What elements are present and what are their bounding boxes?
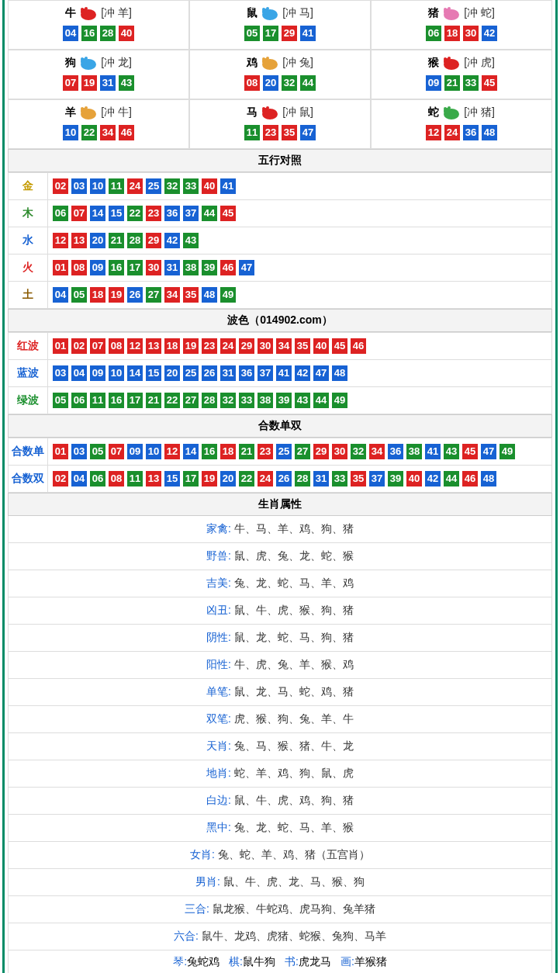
number-ball: 34 [369, 444, 385, 459]
number-ball: 04 [71, 471, 87, 486]
svg-point-11 [448, 7, 451, 10]
number-ball: 29 [313, 444, 329, 459]
attr-label: 女肖: [190, 848, 218, 860]
number-ball: 33 [332, 471, 347, 486]
svg-point-7 [266, 7, 269, 10]
number-ball: 07 [63, 75, 78, 91]
zodiac-balls: 11233547 [190, 125, 370, 140]
attr-value: 鼠、牛、虎、鸡、狗、猪 [234, 794, 354, 806]
number-ball: 13 [146, 338, 161, 354]
table-row: 水1213202128294243 [8, 227, 552, 255]
number-ball: 46 [351, 338, 366, 354]
zodiac-name: 狗 [65, 56, 76, 70]
number-ball: 20 [220, 471, 236, 486]
number-ball: 23 [146, 206, 161, 221]
number-ball: 45 [220, 206, 236, 221]
number-ball: 05 [90, 444, 105, 459]
row-balls: 06071415222336374445 [48, 201, 551, 226]
attr-label: 家禽: [206, 522, 234, 535]
number-ball: 24 [258, 471, 273, 486]
number-ball: 15 [164, 471, 180, 486]
number-ball: 06 [53, 206, 68, 221]
number-ball: 37 [183, 206, 199, 221]
number-ball: 38 [406, 444, 422, 459]
attr-label: 吉美: [206, 577, 234, 589]
number-ball: 14 [90, 206, 105, 221]
number-ball: 12 [426, 125, 441, 140]
number-ball: 14 [127, 365, 143, 381]
zodiac-balls: 12243648 [372, 125, 551, 140]
number-ball: 39 [202, 260, 217, 275]
table-row: 木06071415222336374445 [8, 200, 552, 227]
attr-row: 天肖: 兔、马、猴、猪、牛、龙 [8, 733, 552, 760]
number-ball: 01 [53, 260, 68, 275]
table-row: 合数单0103050709101214161821232527293032343… [8, 438, 552, 466]
number-ball: 44 [202, 206, 217, 221]
zodiac-animal-icon [441, 55, 462, 71]
attr-label: 男肖: [195, 875, 223, 888]
number-ball: 40 [406, 471, 422, 486]
row-balls: 05061116172122272832333839434449 [48, 388, 551, 413]
attr-row: 吉美: 兔、龙、蛇、马、羊、鸡 [8, 570, 552, 597]
svg-point-6 [262, 8, 265, 11]
number-ball: 23 [202, 338, 217, 354]
number-ball: 20 [90, 233, 105, 248]
attr-label: 地肖: [206, 767, 234, 779]
number-ball: 04 [53, 287, 68, 303]
number-ball: 27 [295, 444, 310, 459]
number-ball: 41 [300, 26, 316, 41]
attr-value: 兔、蛇、羊、鸡、猪（五宫肖） [218, 848, 370, 860]
attr-value: 牛、虎、兔、羊、猴、鸡 [234, 658, 354, 670]
number-ball: 36 [239, 365, 254, 381]
table-row: 火0108091617303138394647 [8, 255, 552, 282]
zodiac-cell: 马[冲 鼠]11233547 [189, 99, 371, 149]
number-ball: 08 [109, 471, 124, 486]
svg-point-31 [266, 106, 269, 109]
number-ball: 20 [164, 365, 180, 381]
number-ball: 36 [463, 125, 479, 140]
number-ball: 34 [276, 338, 292, 354]
attr-value: 鼠、牛、虎、猴、狗、猪 [234, 604, 354, 616]
number-ball: 27 [183, 393, 199, 408]
attr-label: 野兽: [206, 549, 234, 562]
number-ball: 17 [263, 26, 278, 41]
row-label: 土 [9, 282, 48, 308]
attr-value: 兔、龙、蛇、马、羊、鸡 [234, 577, 354, 589]
number-ball: 49 [332, 393, 347, 408]
number-ball: 47 [481, 444, 496, 459]
number-ball: 01 [53, 338, 68, 354]
number-ball: 29 [282, 26, 297, 41]
zodiac-clash: [冲 龙] [101, 56, 132, 70]
number-ball: 02 [53, 178, 68, 194]
attr-value: 鼠、龙、马、蛇、鸡、猪 [234, 685, 354, 698]
attr-value: 蛇、羊、鸡、狗、鼠、虎 [234, 767, 354, 779]
number-ball: 10 [90, 178, 105, 194]
number-ball: 05 [244, 26, 260, 41]
zodiac-animal-icon [78, 55, 99, 71]
zodiac-cell: 狗[冲 龙]07193143 [8, 50, 189, 99]
number-ball: 17 [183, 471, 199, 486]
number-ball: 47 [313, 365, 329, 381]
number-ball: 14 [183, 444, 199, 459]
number-ball: 46 [119, 125, 134, 140]
svg-point-22 [444, 57, 447, 61]
number-ball: 16 [81, 26, 97, 41]
number-ball: 19 [202, 471, 217, 486]
zodiac-clash: [冲 鼠] [282, 106, 313, 119]
attr-label: 阴性: [206, 631, 234, 643]
number-ball: 12 [53, 233, 68, 248]
zodiac-cell: 牛[冲 羊]04162840 [8, 0, 189, 50]
number-ball: 13 [71, 233, 87, 248]
number-ball: 09 [90, 365, 105, 381]
bose-rows: 红波0102070812131819232429303435404546蓝波03… [8, 332, 552, 414]
number-ball: 18 [220, 444, 236, 459]
attr-row: 男肖: 鼠、牛、虎、龙、马、猴、狗 [8, 869, 552, 896]
number-ball: 19 [81, 75, 97, 91]
number-ball: 15 [109, 206, 124, 221]
number-ball: 43 [444, 444, 459, 459]
number-ball: 45 [482, 75, 497, 91]
number-ball: 31 [100, 75, 116, 91]
number-ball: 30 [463, 26, 479, 41]
attr-label: 凶丑: [206, 604, 234, 616]
row-balls: 0108091617303138394647 [48, 255, 551, 280]
